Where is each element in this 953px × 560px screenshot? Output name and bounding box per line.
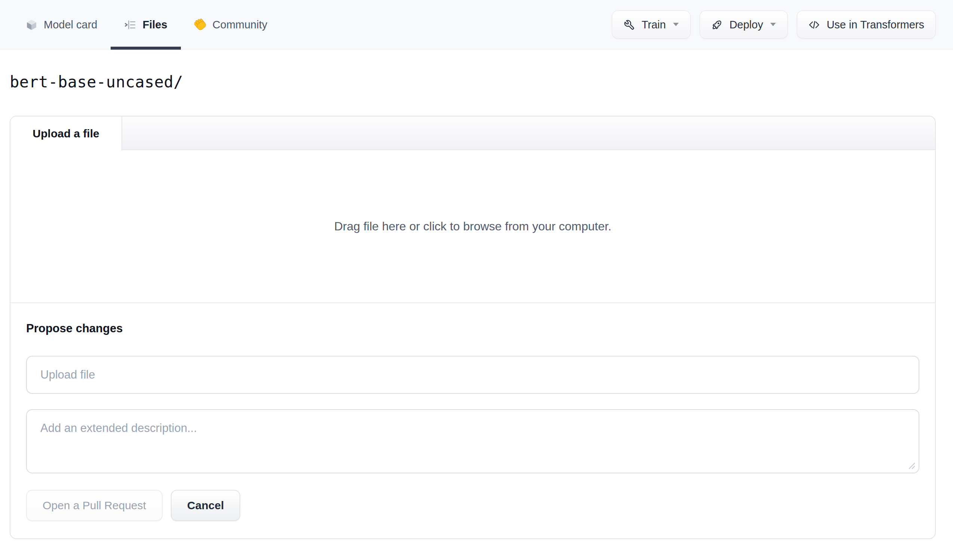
extended-description-textarea[interactable] xyxy=(26,409,919,473)
button-label: Deploy xyxy=(729,19,763,31)
propose-changes-section: Propose changes Open a Pull Request Canc… xyxy=(11,303,935,538)
upload-panel-tabbar: Upload a file xyxy=(11,116,935,150)
deploy-button[interactable]: Deploy xyxy=(700,11,788,39)
header-actions: Train Deploy Use in Transformers xyxy=(612,0,936,49)
description-field-wrapper xyxy=(26,409,919,473)
repo-tabs: Model card Files xyxy=(12,0,281,49)
open-pull-request-button[interactable]: Open a Pull Request xyxy=(26,490,163,521)
cube-icon xyxy=(25,19,38,31)
tab-model-card[interactable]: Model card xyxy=(12,0,111,49)
button-label: Use in Transformers xyxy=(827,19,924,31)
cancel-button[interactable]: Cancel xyxy=(171,490,240,521)
files-list-icon xyxy=(124,19,137,31)
rocket-icon xyxy=(711,19,723,31)
waving-hand-icon xyxy=(194,19,206,31)
button-label: Train xyxy=(642,19,666,31)
code-icon xyxy=(809,19,820,31)
file-dropzone[interactable]: Drag file here or click to browse from y… xyxy=(11,150,935,303)
tab-label: Model card xyxy=(44,19,97,31)
tab-community[interactable]: Community xyxy=(181,0,281,49)
dropzone-hint-text: Drag file here or click to browse from y… xyxy=(334,220,612,234)
tab-upload-a-file[interactable]: Upload a file xyxy=(11,116,122,151)
chevron-down-icon xyxy=(673,22,679,27)
chevron-down-icon xyxy=(770,22,776,27)
section-heading: Propose changes xyxy=(26,322,919,335)
tab-label: Files xyxy=(143,19,167,31)
form-actions: Open a Pull Request Cancel xyxy=(26,490,919,521)
use-in-transformers-button[interactable]: Use in Transformers xyxy=(797,11,936,39)
wrench-icon xyxy=(623,19,635,31)
breadcrumb[interactable]: bert-base-uncased/ xyxy=(10,73,953,91)
upload-file-input[interactable] xyxy=(26,356,919,394)
tab-label: Community xyxy=(213,19,268,31)
repo-header: Model card Files xyxy=(0,0,953,50)
train-button[interactable]: Train xyxy=(612,11,691,39)
upload-panel: Upload a file Drag file here or click to… xyxy=(10,116,936,539)
tab-files[interactable]: Files xyxy=(111,0,180,49)
tab-label: Upload a file xyxy=(33,127,99,140)
